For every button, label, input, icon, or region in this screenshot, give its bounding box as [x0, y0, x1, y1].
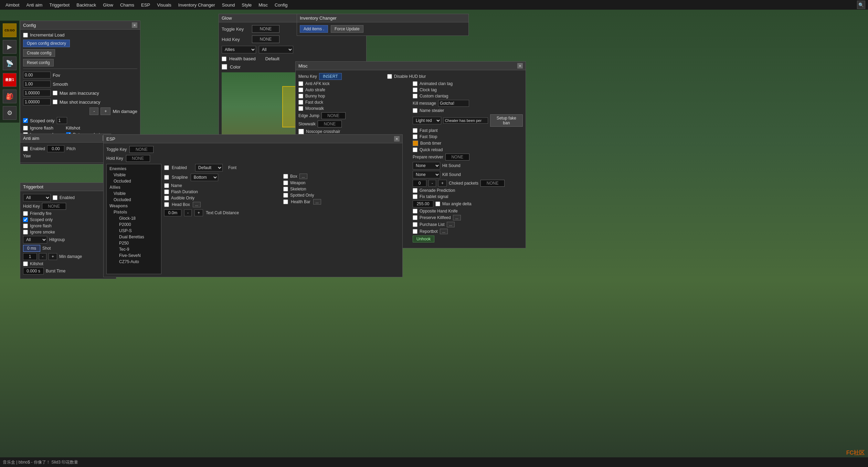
esp-allies-visible[interactable]: Visible	[108, 190, 160, 197]
menu-item-chams[interactable]: Chams	[117, 2, 137, 8]
config-close-button[interactable]: ×	[132, 22, 137, 28]
choked-none-key[interactable]: NONE	[480, 180, 505, 187]
triggerbot-min-minus[interactable]: -	[39, 253, 46, 260]
max-shot-checkbox[interactable]	[53, 100, 57, 104]
esp-cz75[interactable]: CZ75-Auto	[108, 259, 160, 265]
fast-plant-checkbox[interactable]	[413, 128, 417, 133]
config-panel-header[interactable]: Config ×	[20, 21, 140, 30]
fast-duck-checkbox[interactable]	[298, 100, 303, 105]
esp-enemies-visible[interactable]: Visible	[108, 172, 160, 178]
triggerbot-hitgroup-dropdown[interactable]: All	[23, 236, 47, 243]
triggerbot-smoke-checkbox[interactable]	[23, 230, 28, 235]
esp-box-checkbox[interactable]	[283, 174, 288, 179]
esp-text-cull-minus[interactable]: -	[184, 209, 192, 216]
hit-sound-dropdown[interactable]: None	[413, 162, 440, 169]
menu-item-aimbot[interactable]: Aimbot	[3, 2, 22, 8]
add-items-button[interactable]: Add items .	[300, 25, 328, 33]
esp-snapline-checkbox[interactable]	[164, 175, 169, 180]
open-config-dir-button[interactable]: Open config directory	[23, 40, 70, 47]
antiaim-panel-header[interactable]: Anti aim ×	[20, 134, 111, 143]
esp-snapline-dropdown[interactable]: Bottom	[191, 174, 218, 181]
fix-tablet-checkbox[interactable]	[413, 194, 417, 199]
min-damage-minus[interactable]: -	[89, 107, 98, 115]
triggerbot-hold-key[interactable]: NONE	[42, 203, 66, 210]
auto-strafe-checkbox[interactable]	[298, 87, 303, 92]
glow-health-checkbox[interactable]	[222, 56, 226, 61]
misc-close-button[interactable]: ×	[517, 63, 523, 69]
esp-enemies-occluded[interactable]: Occluded	[108, 178, 160, 184]
esp-head-box-dots[interactable]: ...	[193, 202, 201, 207]
esp-flash-checkbox[interactable]	[164, 189, 169, 194]
esp-weapon-checkbox[interactable]	[283, 180, 288, 185]
menu-item-config[interactable]: Config	[272, 2, 290, 8]
esp-hold-key[interactable]: NONE	[126, 155, 150, 162]
esp-health-bar-dots[interactable]: ...	[313, 199, 321, 205]
esp-tec9[interactable]: Tec-9	[108, 246, 160, 252]
antiaim-enabled-checkbox[interactable]	[23, 146, 28, 151]
triggerbot-killshot-checkbox[interactable]	[23, 261, 28, 266]
animated-clan-checkbox[interactable]	[413, 81, 417, 86]
inv-panel-header[interactable]: Inventory Changer	[297, 14, 468, 22]
opposite-knife-checkbox[interactable]	[413, 209, 417, 214]
reportbot-dots[interactable]: ...	[440, 229, 448, 234]
esp-box-dots[interactable]: ...	[299, 174, 307, 179]
esp-text-cull-plus[interactable]: +	[194, 209, 203, 216]
setup-fake-ban-button[interactable]: Setup fake ban	[490, 114, 523, 127]
menu-item-glow[interactable]: Glow	[100, 2, 116, 8]
max-shot-input[interactable]	[23, 98, 51, 105]
scoped-only-checkbox[interactable]	[23, 118, 28, 123]
glow-hold-key-button[interactable]: NONE	[252, 35, 279, 43]
esp-default-dropdown[interactable]: Default	[195, 164, 223, 172]
esp-dual-berettas[interactable]: Dual Berettas	[108, 234, 160, 240]
menu-item-inventory[interactable]: Inventory Changer	[176, 2, 218, 8]
fast-stop-checkbox[interactable]	[413, 134, 417, 139]
fov-input[interactable]	[23, 72, 51, 79]
name-stealer-checkbox[interactable]	[413, 108, 417, 113]
triggerbot-all-dropdown[interactable]: All	[23, 194, 51, 201]
preserve-killfeed-checkbox[interactable]	[413, 215, 417, 220]
esp-panel-header[interactable]: ESP ×	[104, 135, 402, 143]
glow-toggle-key-button[interactable]: NONE	[252, 25, 279, 33]
triggerbot-burst-input[interactable]	[23, 268, 44, 274]
antiaim-enabled-input[interactable]	[47, 145, 64, 152]
scoped-value[interactable]	[57, 117, 67, 124]
incremental-load-checkbox[interactable]	[23, 33, 28, 38]
purchase-list-dots[interactable]: ...	[447, 222, 455, 227]
max-angle-input[interactable]	[413, 200, 433, 207]
triggerbot-min-plus[interactable]: +	[49, 253, 57, 260]
menu-item-backtrack[interactable]: Backtrack	[74, 2, 99, 8]
new-icon[interactable]: 最新1	[3, 73, 17, 87]
esp-name-checkbox[interactable]	[164, 183, 169, 188]
esp-enabled-checkbox[interactable]	[164, 165, 169, 170]
menu-item-visuals[interactable]: Visuals	[154, 2, 174, 8]
clock-tag-checkbox[interactable]	[413, 87, 417, 92]
menu-item-sound[interactable]: Sound	[219, 2, 238, 8]
misc-panel-header[interactable]: Misc ×	[296, 62, 526, 70]
choked-plus[interactable]: +	[438, 180, 447, 187]
glow-all-dropdown[interactable]: All	[259, 46, 293, 53]
reportbot-checkbox[interactable]	[413, 229, 417, 234]
menu-item-esp[interactable]: ESP	[138, 2, 153, 8]
play-icon[interactable]: ▶	[3, 40, 17, 54]
purchase-list-checkbox[interactable]	[413, 222, 417, 227]
esp-text-cull-input[interactable]	[164, 209, 181, 216]
triggerbot-header[interactable]: Triggerbot	[20, 183, 116, 191]
moonwalk-checkbox[interactable]	[298, 106, 303, 111]
esp-health-bar-checkbox[interactable]	[283, 199, 288, 204]
bomb-timer-swatch[interactable]	[413, 141, 418, 146]
inventory-icon[interactable]: 🎒	[3, 90, 17, 103]
grenade-prediction-checkbox[interactable]	[413, 188, 417, 193]
custom-clantag-checkbox[interactable]	[413, 94, 417, 98]
esp-usps[interactable]: USP-S	[108, 228, 160, 234]
cheater-input[interactable]	[443, 117, 488, 124]
prepare-revolver-key[interactable]: NONE	[445, 154, 469, 160]
min-damage-plus[interactable]: +	[100, 107, 110, 115]
glow-color-swatch[interactable]	[222, 64, 227, 70]
max-aim-input[interactable]	[23, 90, 51, 96]
disable-hud-blur-checkbox[interactable]	[387, 74, 392, 79]
broadcast-icon[interactable]: 📡	[3, 56, 17, 70]
kill-message-input[interactable]	[438, 100, 469, 107]
light-red-dropdown[interactable]: Light red	[413, 117, 441, 124]
triggerbot-min-input[interactable]	[23, 253, 37, 260]
esp-allies-occluded[interactable]: Occluded	[108, 197, 160, 203]
